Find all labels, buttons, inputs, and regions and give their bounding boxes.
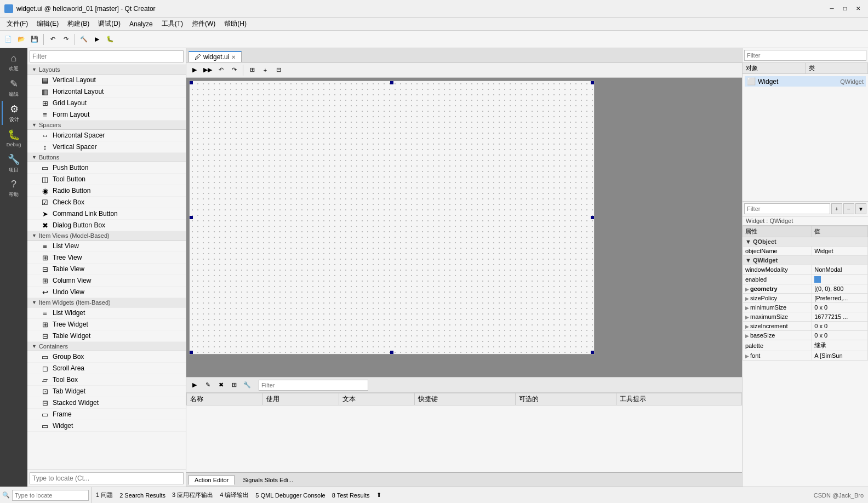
prop-row-basesize[interactable]: ▶baseSize 0 x 0 xyxy=(743,331,868,340)
category-layouts[interactable]: ▼ Layouts xyxy=(27,65,186,75)
handle-br[interactable] xyxy=(591,351,594,354)
menu-debug[interactable]: 调试(D) xyxy=(94,18,125,30)
prop-filter-input[interactable] xyxy=(744,203,830,214)
widget-table-widget[interactable]: ⊟ Table Widget xyxy=(27,330,186,342)
widget-push-button[interactable]: ▭ Push Button xyxy=(27,162,186,174)
prop-row-maximumsize[interactable]: ▶maximumSize 16777215 ... xyxy=(743,312,868,322)
activity-edit[interactable]: ✎ 编辑 xyxy=(2,76,26,100)
status-compile-output[interactable]: 4 编译输出 xyxy=(220,491,249,499)
menu-help[interactable]: 帮助(H) xyxy=(220,18,251,30)
status-test-results[interactable]: 8 Test Results xyxy=(332,492,370,499)
widget-widget[interactable]: ▭ Widget xyxy=(27,420,186,432)
editor-btn-1[interactable]: ▶ xyxy=(189,64,201,76)
tab-signals-slots[interactable]: Signals Slots Edi... xyxy=(237,475,299,485)
widget-dialog-button-box[interactable]: ✖ Dialog Button Box xyxy=(27,220,186,231)
editor-btn-2[interactable]: ▶▶ xyxy=(202,64,214,76)
handle-bl[interactable] xyxy=(190,351,193,354)
activity-debug[interactable]: 🐛 Debug xyxy=(2,126,26,150)
menu-edit[interactable]: 编辑(E) xyxy=(32,18,63,30)
category-buttons[interactable]: ▼ Buttons xyxy=(27,153,186,162)
widget-tool-box[interactable]: ▱ Tool Box xyxy=(27,374,186,386)
widget-stacked-widget[interactable]: ⊟ Stacked Widget xyxy=(27,397,186,409)
handle-bc[interactable] xyxy=(390,351,393,354)
tab-close-icon[interactable]: ✕ xyxy=(231,54,236,60)
action-btn-copy[interactable]: ⊞ xyxy=(228,379,240,391)
editor-btn-4[interactable]: ↷ xyxy=(228,64,240,76)
toolbar-build[interactable]: 🔨 xyxy=(78,33,90,45)
handle-tc[interactable] xyxy=(390,81,393,84)
obj-item-widget[interactable]: ⬜ Widget QWidget xyxy=(745,76,866,87)
widget-vertical-spacer[interactable]: ↕ Vertical Spacer xyxy=(27,141,186,153)
toolbar-new[interactable]: 📄 xyxy=(2,33,14,45)
widget-vertical-layout[interactable]: ▤ Vertical Layout xyxy=(27,75,186,86)
maximize-button[interactable]: □ xyxy=(840,3,850,14)
minimize-button[interactable]: ─ xyxy=(826,3,837,14)
widget-radio-button[interactable]: ◉ Radio Button xyxy=(27,185,186,197)
widget-tool-button[interactable]: ◫ Tool Button xyxy=(27,174,186,185)
handle-tr[interactable] xyxy=(591,81,594,84)
action-btn-delete[interactable]: ✖ xyxy=(215,379,227,391)
widget-command-link-button[interactable]: ➤ Command Link Button xyxy=(27,208,186,220)
prop-more-btn[interactable]: ▼ xyxy=(855,203,866,214)
action-btn-new[interactable]: ▶ xyxy=(189,379,201,391)
action-btn-edit[interactable]: ✎ xyxy=(202,379,214,391)
status-search-results[interactable]: 2 Search Results xyxy=(119,492,165,499)
editor-btn-5[interactable]: ⊞ xyxy=(246,64,258,76)
status-app-output[interactable]: 3 应用程序输出 xyxy=(172,491,213,499)
status-search-input[interactable] xyxy=(12,490,89,501)
widget-group-box[interactable]: ▭ Group Box xyxy=(27,351,186,363)
widget-list-widget[interactable]: ≡ List Widget xyxy=(27,307,186,319)
activity-welcome[interactable]: ⌂ 欢迎 xyxy=(2,50,26,75)
activity-design[interactable]: ⚙ 设计 xyxy=(2,101,26,125)
handle-ml[interactable] xyxy=(190,216,193,219)
prop-row-font[interactable]: ▶font A [SimSun xyxy=(743,351,868,361)
prop-row-palette[interactable]: palette 继承 xyxy=(743,340,868,351)
status-qml-debugger[interactable]: 5 QML Debugger Console xyxy=(255,492,325,499)
handle-tl[interactable] xyxy=(190,81,193,84)
toolbar-open[interactable]: 📂 xyxy=(15,33,27,45)
prop-row-windowmodality[interactable]: windowModality NonModal xyxy=(743,265,868,275)
category-item-views[interactable]: ▼ Item Views (Model-Based) xyxy=(27,231,186,241)
widget-horizontal-layout[interactable]: ▥ Horizontal Layout xyxy=(27,86,186,98)
canvas-area[interactable] xyxy=(186,78,742,377)
type-to-locate-input[interactable] xyxy=(30,472,184,484)
toolbar-save[interactable]: 💾 xyxy=(28,33,41,45)
toolbar-debug-run[interactable]: 🐛 xyxy=(104,33,116,45)
widget-undo-view[interactable]: ↩ Undo View xyxy=(27,287,186,298)
prop-row-objectname[interactable]: objectName Widget xyxy=(743,247,868,256)
action-filter-input[interactable] xyxy=(259,380,368,391)
prop-add-btn[interactable]: + xyxy=(831,203,842,214)
menu-file[interactable]: 文件(F) xyxy=(2,18,32,30)
menu-controls[interactable]: 控件(W) xyxy=(187,18,220,30)
status-problems[interactable]: 1 问题 xyxy=(96,491,113,499)
action-btn-paste[interactable]: 🔧 xyxy=(241,379,253,391)
category-item-widgets[interactable]: ▼ Item Widgets (Item-Based) xyxy=(27,298,186,307)
widget-table-view[interactable]: ⊟ Table View xyxy=(27,264,186,275)
tab-action-editor[interactable]: Action Editor xyxy=(189,475,235,485)
widget-grid-layout[interactable]: ⊞ Grid Layout xyxy=(27,98,186,109)
widget-horizontal-spacer[interactable]: ↔ Horizontal Spacer xyxy=(27,130,186,141)
menu-build[interactable]: 构建(B) xyxy=(63,18,94,30)
widget-list-view[interactable]: ≡ List View xyxy=(27,241,186,252)
editor-btn-7[interactable]: ⊟ xyxy=(272,64,284,76)
widget-column-view[interactable]: ⊞ Column View xyxy=(27,275,186,287)
design-canvas[interactable] xyxy=(189,81,595,355)
widget-tree-widget[interactable]: ⊞ Tree Widget xyxy=(27,319,186,330)
prop-row-enabled[interactable]: enabled xyxy=(743,275,868,284)
prop-row-sizepolicy[interactable]: ▶sizePolicy [Preferred,... xyxy=(743,294,868,303)
widget-tab-widget[interactable]: ⊡ Tab Widget xyxy=(27,386,186,397)
widget-form-layout[interactable]: ≡ Form Layout xyxy=(27,109,186,121)
toolbar-run[interactable]: ▶ xyxy=(91,33,103,45)
widget-frame[interactable]: ▭ Frame xyxy=(27,409,186,420)
widget-scroll-area[interactable]: ◻ Scroll Area xyxy=(27,363,186,374)
editor-btn-3[interactable]: ↶ xyxy=(215,64,227,76)
activity-project[interactable]: 🔧 项目 xyxy=(2,151,26,175)
prop-remove-btn[interactable]: − xyxy=(843,203,854,214)
close-button[interactable]: ✕ xyxy=(853,3,864,14)
toolbar-redo[interactable]: ↷ xyxy=(60,33,72,45)
menu-analyze[interactable]: Analyze xyxy=(125,19,157,29)
widget-filter-input[interactable] xyxy=(30,50,184,62)
prop-row-geometry[interactable]: ▶geometry [(0, 0), 800 xyxy=(743,284,868,294)
category-containers[interactable]: ▼ Containers xyxy=(27,342,186,351)
tab-widget-ui[interactable]: 🖊 widget.ui ✕ xyxy=(189,51,242,62)
